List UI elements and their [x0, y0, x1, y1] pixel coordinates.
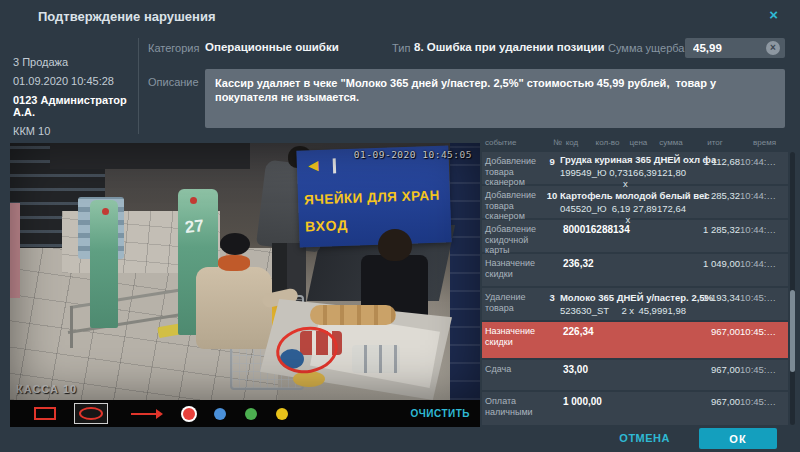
rectangle-tool-icon[interactable]	[34, 407, 56, 420]
time-cell: 10:45:…	[740, 292, 788, 320]
header-time: время	[753, 138, 788, 151]
details-cell: 33,00	[563, 364, 690, 390]
header-event: событие	[485, 138, 549, 151]
table-row[interactable]: Назначение скидки 236,32 1 049,00 10:44:…	[482, 254, 788, 286]
num-cell	[547, 258, 563, 286]
details-cell: 1 000,00	[563, 396, 690, 425]
event-cell: Добавление скидочной карты	[485, 224, 547, 252]
event-operator: 0123 Администратор А.А.	[13, 94, 133, 118]
ellipse-tool-icon[interactable]	[74, 403, 108, 424]
product-breads	[310, 305, 396, 325]
time-cell: 10:44:…	[740, 224, 788, 252]
category-label: Категория	[148, 42, 199, 54]
color-red-dot[interactable]	[183, 408, 195, 420]
sign-line1: ЯЧЕЙКИ ДЛЯ ХРАН	[304, 188, 440, 208]
railing-post	[70, 306, 73, 348]
pillar-emblem	[102, 208, 109, 215]
total-cell: 967,00	[690, 396, 740, 425]
pillar-emblem	[190, 197, 197, 204]
camera-label: КАССА 10	[16, 383, 77, 395]
table-row[interactable]: Оплата наличными 1 000,00 967,00 10:45:…	[482, 392, 788, 425]
event-kkm: ККМ 10	[13, 125, 133, 137]
damage-label: Сумма ущерба	[608, 42, 684, 54]
video-canvas[interactable]: 27 ◄ ЯЧЕЙКИ ДЛЯ ХРАН ВХОД 01-09-2020 10:…	[10, 143, 480, 400]
event-cell: Сдача	[485, 364, 547, 390]
ok-button[interactable]: ОК	[699, 428, 777, 449]
product-packs-white	[352, 345, 400, 373]
event-info-panel: 3 Продажа 01.09.2020 10:45:28 0123 Админ…	[13, 56, 133, 144]
color-blue-dot[interactable]	[214, 408, 226, 420]
num-cell	[547, 326, 563, 358]
green-pillar	[90, 200, 118, 328]
time-cell: 10:45:…	[740, 364, 788, 390]
event-cell: Назначение скидки	[485, 258, 547, 286]
header-code: код	[566, 138, 596, 151]
total-cell: 1 193,34	[692, 292, 740, 320]
table-row[interactable]: Сдача 33,00 967,00 10:45:…	[482, 360, 788, 390]
table-row[interactable]: Удаление товара 3 Молоко 365 ДНЕЙ у/паст…	[482, 288, 788, 320]
event-cell: Оплата наличными	[485, 396, 547, 425]
color-green-dot[interactable]	[245, 408, 257, 420]
event-cell: Добавление товара сканером	[485, 190, 544, 218]
category-value: Операционные ошибки	[205, 41, 339, 53]
info-divider	[138, 38, 139, 134]
table-scrollbar	[790, 152, 795, 425]
table-row[interactable]: Добавление товара сканером 9 Грудка кури…	[482, 152, 788, 184]
event-number-type: 3 Продажа	[13, 56, 133, 68]
details-cell: 800016288134	[563, 224, 690, 252]
store-sign: ◄ ЯЧЕЙКИ ДЛЯ ХРАН ВХОД	[296, 145, 451, 247]
header-price: цена	[629, 138, 659, 151]
table-row-highlighted[interactable]: Назначение скидки 226,34 967,00 10:45:…	[482, 322, 788, 358]
arrow-tool-icon[interactable]	[130, 408, 164, 420]
pillar-number: 27	[184, 216, 205, 238]
clear-annotations-button[interactable]: ОЧИСТИТЬ	[410, 408, 470, 419]
customer-woman-coat	[196, 267, 272, 349]
event-cell: Назначение скидки	[485, 326, 547, 358]
scrollbar-thumb[interactable]	[790, 290, 795, 372]
total-cell: 967,00	[690, 364, 740, 390]
clear-input-icon[interactable]: ×	[766, 41, 780, 55]
type-label: Тип	[392, 42, 410, 54]
table-header: событие № код кол-во цена сумма итог вре…	[482, 138, 788, 151]
total-cell: 967,00	[690, 326, 740, 358]
time-cell: 10:44:…	[740, 190, 788, 218]
total-cell: 1 112,68	[692, 156, 740, 184]
details-cell: 236,32	[563, 258, 690, 286]
sign-line2: ВХОД	[305, 217, 349, 234]
details-cell: 226,34	[563, 326, 690, 358]
table-row[interactable]: Добавление скидочной карты 800016288134 …	[482, 220, 788, 252]
time-cell: 10:44:…	[740, 156, 788, 184]
details-cell: Картофель молодой белый вес 045520_Ю 6,1…	[560, 190, 692, 218]
close-icon[interactable]: ×	[769, 7, 778, 23]
customer-woman-scarf	[218, 255, 250, 271]
num-cell	[547, 364, 563, 390]
dialog-title: Подтверждение нарушения	[38, 9, 216, 24]
color-yellow-dot[interactable]	[276, 408, 288, 420]
header-num: №	[549, 138, 566, 151]
num-cell: 9	[544, 156, 560, 184]
pink-pillar	[10, 203, 20, 298]
header-sum: сумма	[659, 138, 703, 151]
customer-woman-hat	[220, 233, 250, 255]
event-cell: Удаление товара	[485, 292, 544, 320]
ellipse-glyph	[79, 407, 103, 420]
sign-arrow-icon: ◄	[305, 156, 323, 177]
details-cell: Грудка куриная 365 ДНЕЙ охл фа 199549_Ю …	[560, 154, 692, 184]
time-cell: 10:45:…	[740, 396, 788, 425]
num-cell	[547, 224, 563, 252]
total-cell: 1 285,32	[692, 190, 740, 218]
table-row[interactable]: Добавление товара сканером 10 Картофель …	[482, 186, 788, 218]
num-cell	[547, 396, 563, 425]
events-table: Добавление товара сканером 9 Грудка кури…	[482, 152, 788, 427]
num-cell: 3	[544, 292, 560, 320]
description-label: Описание	[148, 76, 199, 88]
cancel-button[interactable]: ОТМЕНА	[619, 432, 670, 444]
shelf-top	[50, 143, 250, 169]
description-field[interactable]: Кассир удаляет в чеке "Молоко 365 дней у…	[205, 69, 785, 128]
time-cell: 10:45:…	[740, 326, 788, 358]
cashier-head	[378, 229, 412, 261]
event-cell: Добавление товара сканером	[485, 156, 544, 184]
event-datetime: 01.09.2020 10:45:28	[13, 75, 133, 87]
header-qty: кол-во	[596, 138, 630, 151]
checkout-shelf-column	[450, 143, 480, 400]
